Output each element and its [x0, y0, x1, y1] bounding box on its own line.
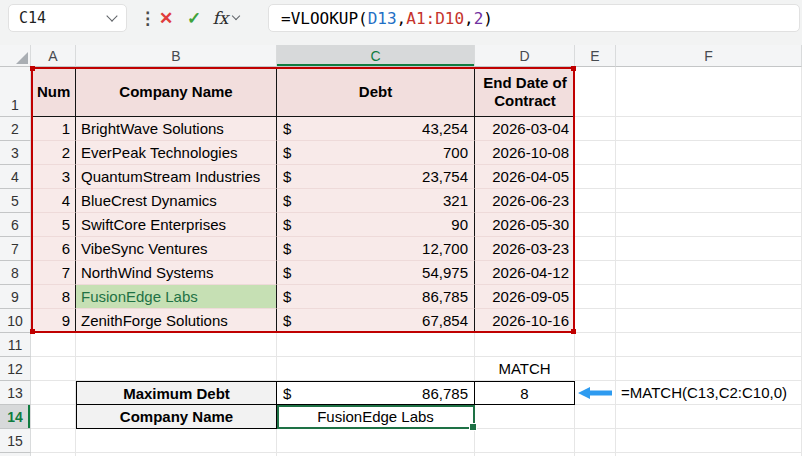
cell-E8[interactable] — [575, 261, 616, 285]
cell-B13[interactable]: Maximum Debt — [76, 381, 277, 405]
insert-function-icon[interactable]: fx — [207, 4, 245, 32]
row-header-15[interactable]: 15 — [0, 429, 31, 453]
cell-A1[interactable]: Num — [31, 67, 76, 117]
cell-D15[interactable] — [475, 429, 575, 453]
cell-D2[interactable]: 2026-03-04 — [475, 117, 575, 141]
cell-A8[interactable]: 7 — [31, 261, 76, 285]
cell-C9[interactable]: $86,785 — [277, 285, 475, 309]
cell-B8[interactable]: NorthWind Systems — [76, 261, 277, 285]
cell-E4[interactable] — [575, 165, 616, 189]
cell-A11[interactable] — [31, 333, 76, 357]
cell-E15[interactable] — [575, 429, 616, 453]
cell-E10[interactable] — [575, 309, 616, 333]
cell-B3[interactable]: EverPeak Technologies — [76, 141, 277, 165]
cell-B15[interactable] — [76, 429, 277, 453]
cell-D9[interactable]: 2026-09-05 — [475, 285, 575, 309]
row-header-9[interactable]: 9 — [0, 285, 31, 309]
cell-F13[interactable]: =MATCH(C13,C2:C10,0) — [616, 381, 802, 405]
cell-F14[interactable] — [616, 405, 802, 429]
cell-F5[interactable] — [616, 189, 802, 213]
cell-C4[interactable]: $23,754 — [277, 165, 475, 189]
cell-A10[interactable]: 9 — [31, 309, 76, 333]
col-header-E[interactable]: E — [575, 45, 616, 67]
row-header-12[interactable]: 12 — [0, 357, 31, 381]
cell-C1[interactable]: Debt — [277, 67, 475, 117]
row-header-13[interactable]: 13 — [0, 381, 31, 405]
row-header-14[interactable]: 14 — [0, 405, 31, 429]
cell-A6[interactable]: 5 — [31, 213, 76, 237]
cell-F6[interactable] — [616, 213, 802, 237]
row-header-10[interactable]: 10 — [0, 309, 31, 333]
cell-F7[interactable] — [616, 237, 802, 261]
cancel-icon[interactable]: ✕ — [153, 4, 179, 32]
cell-B6[interactable]: SwiftCore Enterprises — [76, 213, 277, 237]
row-header-5[interactable]: 5 — [0, 189, 31, 213]
cell-C12[interactable] — [277, 357, 475, 381]
row-header-2[interactable]: 2 — [0, 117, 31, 141]
cell-F2[interactable] — [616, 117, 802, 141]
cell-D10[interactable]: 2026-10-16 — [475, 309, 575, 333]
cell-A12[interactable] — [31, 357, 76, 381]
cell-A5[interactable]: 4 — [31, 189, 76, 213]
cell-B12[interactable] — [76, 357, 277, 381]
cell-F1[interactable] — [616, 67, 802, 117]
cell-E14[interactable] — [575, 405, 616, 429]
cell-F12[interactable] — [616, 357, 802, 381]
cell-A14[interactable] — [31, 405, 76, 429]
cell-D11[interactable] — [475, 333, 575, 357]
cell-D5[interactable]: 2026-06-23 — [475, 189, 575, 213]
col-header-A[interactable]: A — [31, 45, 76, 67]
row-header-6[interactable]: 6 — [0, 213, 31, 237]
cell-D14[interactable] — [475, 405, 575, 429]
cell-A7[interactable]: 6 — [31, 237, 76, 261]
select-all-corner[interactable] — [0, 45, 31, 67]
cell-E5[interactable] — [575, 189, 616, 213]
cell-A2[interactable]: 1 — [31, 117, 76, 141]
name-box[interactable]: C14 — [8, 4, 127, 32]
cell-C5[interactable]: $321 — [277, 189, 475, 213]
cell-C7[interactable]: $12,700 — [277, 237, 475, 261]
col-header-D[interactable]: D — [475, 45, 575, 67]
formula-input[interactable]: =VLOOKUP(D13,A1:D10,2) — [268, 4, 800, 32]
cell-F8[interactable] — [616, 261, 802, 285]
cell-D3[interactable]: 2026-10-08 — [475, 141, 575, 165]
cell-C14[interactable]: FusionEdge Labs — [277, 405, 475, 429]
cell-C2[interactable]: $43,254 — [277, 117, 475, 141]
cell-A13[interactable] — [31, 381, 76, 405]
cell-E13[interactable] — [575, 381, 616, 405]
cell-F9[interactable] — [616, 285, 802, 309]
cell-D12[interactable]: MATCH — [475, 357, 575, 381]
match-arrow-icon[interactable] — [578, 387, 612, 399]
cell-C10[interactable]: $67,854 — [277, 309, 475, 333]
cell-D6[interactable]: 2026-05-30 — [475, 213, 575, 237]
cell-B5[interactable]: BlueCrest Dynamics — [76, 189, 277, 213]
enter-icon[interactable]: ✓ — [181, 4, 207, 32]
cell-D4[interactable]: 2026-04-05 — [475, 165, 575, 189]
cell-B4[interactable]: QuantumStream Industries — [76, 165, 277, 189]
col-header-C[interactable]: C — [277, 45, 475, 67]
cell-D8[interactable]: 2026-04-12 — [475, 261, 575, 285]
cell-E12[interactable] — [575, 357, 616, 381]
cell-C3[interactable]: $700 — [277, 141, 475, 165]
cell-D13[interactable]: 8 — [475, 381, 575, 405]
cell-F10[interactable] — [616, 309, 802, 333]
cell-B7[interactable]: VibeSync Ventures — [76, 237, 277, 261]
row-header-7[interactable]: 7 — [0, 237, 31, 261]
cell-A15[interactable] — [31, 429, 76, 453]
cell-C13[interactable]: $86,785 — [277, 381, 475, 405]
cell-A4[interactable]: 3 — [31, 165, 76, 189]
cell-E7[interactable] — [575, 237, 616, 261]
row-header-4[interactable]: 4 — [0, 165, 31, 189]
row-header-1[interactable]: 1 — [0, 67, 31, 117]
cell-C15[interactable] — [277, 429, 475, 453]
cell-B14[interactable]: Company Name — [76, 405, 277, 429]
row-header-8[interactable]: 8 — [0, 261, 31, 285]
cell-C6[interactable]: $90 — [277, 213, 475, 237]
cell-A9[interactable]: 8 — [31, 285, 76, 309]
cell-F15[interactable] — [616, 429, 802, 453]
cell-B10[interactable]: ZenithForge Solutions — [76, 309, 277, 333]
cell-C11[interactable] — [277, 333, 475, 357]
cell-D1[interactable]: End Date of Contract — [475, 67, 575, 117]
cell-E6[interactable] — [575, 213, 616, 237]
cell-E3[interactable] — [575, 141, 616, 165]
